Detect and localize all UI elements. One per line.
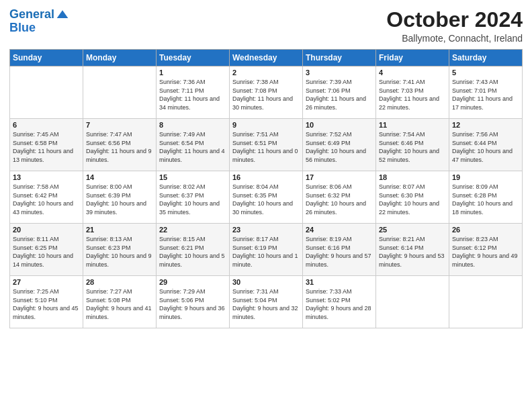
day-info: Sunrise: 7:41 AMSunset: 7:03 PMDaylight:… [379, 78, 446, 111]
header-cell-wednesday: Wednesday [230, 50, 303, 66]
day-info: Sunrise: 8:19 AMSunset: 6:16 PMDaylight:… [306, 235, 373, 269]
day-info: Sunrise: 7:43 AMSunset: 7:01 PMDaylight:… [452, 78, 519, 111]
header: General Blue October 2024 Ballymote, Con… [9, 8, 523, 44]
header-cell-monday: Monday [83, 50, 157, 66]
page: General Blue October 2024 Ballymote, Con… [0, 0, 532, 411]
header-cell-friday: Friday [376, 50, 449, 66]
header-cell-tuesday: Tuesday [157, 50, 230, 66]
calendar-cell: 11Sunrise: 7:54 AMSunset: 6:46 PMDayligh… [376, 119, 449, 171]
day-number: 5 [452, 68, 519, 77]
header-cell-thursday: Thursday [303, 50, 376, 66]
calendar-cell: 26Sunrise: 8:23 AMSunset: 6:12 PMDayligh… [449, 224, 523, 276]
day-number: 17 [306, 173, 373, 181]
day-number: 16 [232, 173, 300, 181]
day-info: Sunrise: 8:07 AMSunset: 6:30 PMDaylight:… [379, 183, 446, 216]
day-info: Sunrise: 8:23 AMSunset: 6:12 PMDaylight:… [452, 235, 519, 269]
day-info: Sunrise: 7:39 AMSunset: 7:06 PMDaylight:… [306, 78, 373, 111]
day-info: Sunrise: 8:21 AMSunset: 6:14 PMDaylight:… [379, 235, 446, 269]
day-info: Sunrise: 8:11 AMSunset: 6:25 PMDaylight:… [13, 235, 80, 269]
header-cell-sunday: Sunday [10, 50, 83, 66]
day-number: 29 [159, 278, 226, 286]
calendar-cell: 29Sunrise: 7:29 AMSunset: 5:06 PMDayligh… [157, 276, 230, 328]
day-number: 20 [13, 226, 80, 234]
calendar-cell: 20Sunrise: 8:11 AMSunset: 6:25 PMDayligh… [10, 224, 83, 276]
calendar-body: 1Sunrise: 7:36 AMSunset: 7:11 PMDaylight… [10, 66, 523, 328]
day-number: 2 [232, 68, 300, 77]
calendar-table: SundayMondayTuesdayWednesdayThursdayFrid… [9, 49, 523, 328]
calendar-cell: 21Sunrise: 8:13 AMSunset: 6:23 PMDayligh… [83, 224, 157, 276]
month-title: October 2024 [386, 8, 523, 32]
day-info: Sunrise: 8:09 AMSunset: 6:28 PMDaylight:… [452, 183, 519, 216]
calendar-cell [376, 276, 449, 328]
calendar-cell: 16Sunrise: 8:04 AMSunset: 6:35 PMDayligh… [230, 171, 303, 224]
day-number: 3 [306, 68, 373, 77]
calendar-cell: 1Sunrise: 7:36 AMSunset: 7:11 PMDaylight… [157, 66, 230, 119]
calendar-cell: 5Sunrise: 7:43 AMSunset: 7:01 PMDaylight… [449, 66, 523, 119]
day-info: Sunrise: 7:58 AMSunset: 6:42 PMDaylight:… [13, 183, 80, 216]
day-info: Sunrise: 7:47 AMSunset: 6:56 PMDaylight:… [86, 130, 153, 164]
calendar-cell [10, 66, 83, 119]
calendar-cell: 18Sunrise: 8:07 AMSunset: 6:30 PMDayligh… [376, 171, 449, 224]
calendar-cell: 15Sunrise: 8:02 AMSunset: 6:37 PMDayligh… [157, 171, 230, 224]
day-number: 7 [86, 121, 153, 129]
calendar-cell: 14Sunrise: 8:00 AMSunset: 6:39 PMDayligh… [83, 171, 157, 224]
logo-text-blue: Blue [9, 21, 69, 35]
location: Ballymote, Connacht, Ireland [386, 33, 523, 44]
calendar-cell: 24Sunrise: 8:19 AMSunset: 6:16 PMDayligh… [303, 224, 376, 276]
day-number: 14 [86, 173, 153, 181]
calendar-cell: 3Sunrise: 7:39 AMSunset: 7:06 PMDaylight… [303, 66, 376, 119]
calendar-cell: 7Sunrise: 7:47 AMSunset: 6:56 PMDaylight… [83, 119, 157, 171]
calendar-cell: 28Sunrise: 7:27 AMSunset: 5:08 PMDayligh… [83, 276, 157, 328]
calendar-cell: 17Sunrise: 8:06 AMSunset: 6:32 PMDayligh… [303, 171, 376, 224]
day-number: 25 [379, 226, 446, 234]
logo-text: General [9, 8, 54, 21]
header-row: SundayMondayTuesdayWednesdayThursdayFrid… [10, 50, 523, 66]
day-info: Sunrise: 7:36 AMSunset: 7:11 PMDaylight:… [159, 78, 226, 111]
day-number: 26 [452, 226, 519, 234]
day-number: 23 [232, 226, 300, 234]
day-info: Sunrise: 7:51 AMSunset: 6:51 PMDaylight:… [232, 130, 300, 164]
day-info: Sunrise: 8:13 AMSunset: 6:23 PMDaylight:… [86, 235, 153, 269]
logo-icon [56, 8, 69, 21]
week-row-5: 27Sunrise: 7:25 AMSunset: 5:10 PMDayligh… [10, 276, 523, 328]
day-number: 15 [159, 173, 226, 181]
calendar-cell: 19Sunrise: 8:09 AMSunset: 6:28 PMDayligh… [449, 171, 523, 224]
week-row-3: 13Sunrise: 7:58 AMSunset: 6:42 PMDayligh… [10, 171, 523, 224]
calendar-cell: 13Sunrise: 7:58 AMSunset: 6:42 PMDayligh… [10, 171, 83, 224]
day-number: 4 [379, 68, 446, 77]
day-number: 9 [232, 121, 300, 129]
day-info: Sunrise: 7:25 AMSunset: 5:10 PMDaylight:… [13, 287, 80, 321]
day-info: Sunrise: 8:00 AMSunset: 6:39 PMDaylight:… [86, 183, 153, 216]
day-info: Sunrise: 7:52 AMSunset: 6:49 PMDaylight:… [306, 130, 373, 164]
calendar-cell [83, 66, 157, 119]
calendar-cell: 10Sunrise: 7:52 AMSunset: 6:49 PMDayligh… [303, 119, 376, 171]
day-info: Sunrise: 8:02 AMSunset: 6:37 PMDaylight:… [159, 183, 226, 216]
day-number: 30 [232, 278, 300, 286]
calendar-cell: 4Sunrise: 7:41 AMSunset: 7:03 PMDaylight… [376, 66, 449, 119]
calendar-cell: 2Sunrise: 7:38 AMSunset: 7:08 PMDaylight… [230, 66, 303, 119]
day-info: Sunrise: 7:49 AMSunset: 6:54 PMDaylight:… [159, 130, 226, 164]
day-info: Sunrise: 7:29 AMSunset: 5:06 PMDaylight:… [159, 287, 226, 321]
calendar-cell: 22Sunrise: 8:15 AMSunset: 6:21 PMDayligh… [157, 224, 230, 276]
day-number: 1 [159, 68, 226, 77]
calendar-cell: 30Sunrise: 7:31 AMSunset: 5:04 PMDayligh… [230, 276, 303, 328]
day-number: 8 [159, 121, 226, 129]
day-number: 24 [306, 226, 373, 234]
day-number: 19 [452, 173, 519, 181]
day-info: Sunrise: 7:31 AMSunset: 5:04 PMDaylight:… [232, 287, 300, 321]
day-info: Sunrise: 7:45 AMSunset: 6:58 PMDaylight:… [13, 130, 80, 164]
calendar-cell: 8Sunrise: 7:49 AMSunset: 6:54 PMDaylight… [157, 119, 230, 171]
day-info: Sunrise: 8:06 AMSunset: 6:32 PMDaylight:… [306, 183, 373, 216]
calendar-cell: 25Sunrise: 8:21 AMSunset: 6:14 PMDayligh… [376, 224, 449, 276]
day-number: 18 [379, 173, 446, 181]
week-row-2: 6Sunrise: 7:45 AMSunset: 6:58 PMDaylight… [10, 119, 523, 171]
day-number: 28 [86, 278, 153, 286]
day-info: Sunrise: 7:33 AMSunset: 5:02 PMDaylight:… [306, 287, 373, 321]
day-number: 21 [86, 226, 153, 234]
svg-marker-0 [57, 10, 69, 18]
day-number: 10 [306, 121, 373, 129]
day-number: 31 [306, 278, 373, 286]
calendar-cell: 12Sunrise: 7:56 AMSunset: 6:44 PMDayligh… [449, 119, 523, 171]
calendar-cell [449, 276, 523, 328]
day-number: 22 [159, 226, 226, 234]
